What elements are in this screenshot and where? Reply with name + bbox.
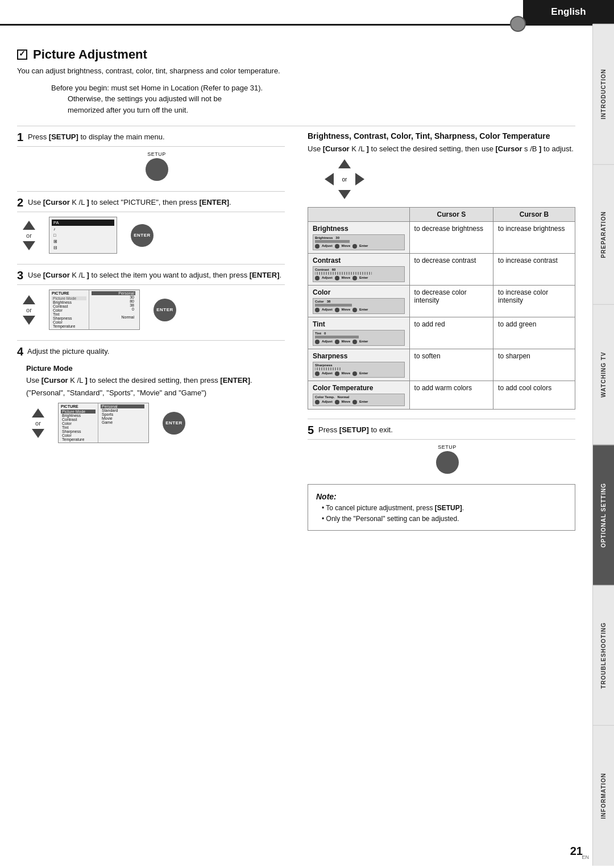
smw-inner-3: PICTURE Picture Mode Brightness Contrast… <box>49 290 139 329</box>
picture-mode-options-note: ("Personal", "Standard", "Sports", "Movi… <box>26 387 285 399</box>
note-bullet-1: • To cancel picture adjustment, press [S… <box>322 503 567 514</box>
step-3-number: 3 <box>17 269 23 282</box>
step-3-text: Use [Cursor K /L ] to select the item yo… <box>28 271 281 279</box>
smw-80-val: 80 <box>92 299 135 303</box>
title-text: Picture Adjustment <box>33 47 147 62</box>
sidebar-tab-preparation[interactable]: PREPARATION <box>593 164 614 305</box>
brightness-bar-row: Brightness 30 <box>315 236 403 239</box>
tint-cursor-s: to add red <box>409 317 493 349</box>
arrow-down-icon <box>23 241 35 250</box>
smw-picture-label: PICTURE <box>52 291 86 295</box>
deco-circle <box>510 16 526 32</box>
sharpness-bar <box>315 367 341 370</box>
page-number: 21 <box>570 845 583 858</box>
step-5-text: Press [SETUP] to exit. <box>318 425 393 434</box>
smw-0-val: 0 <box>92 307 135 311</box>
tint-cursor-b: to add green <box>493 317 575 349</box>
note-bullet-2-icon: • <box>322 515 324 523</box>
arrow-up-icon-3 <box>23 295 35 304</box>
enter-button-2: ENTER <box>131 224 154 247</box>
contrast-btn-enter <box>352 276 357 280</box>
color-btn-adjust <box>315 308 320 312</box>
step-3-controls: or PICTURE Picture Mode Brightness Contr… <box>23 290 285 330</box>
arrow-down-icon-pm <box>32 429 44 438</box>
sidebar-tab-watching[interactable]: WATCHING TV <box>593 304 614 445</box>
sidebar-tab-introduction[interactable]: INTRODUCTION <box>593 24 614 164</box>
brightness-mini-screen: Brightness 30 Adjust Move Enter <box>313 234 405 250</box>
contrast-cursor-s: to decrease contrast <box>409 253 493 285</box>
brightness-bar <box>315 240 350 243</box>
smw-pm-sharpness: Sharpness <box>61 429 96 433</box>
color-bar <box>315 304 352 307</box>
sharpness-controls: Adjust Move Enter <box>315 371 403 376</box>
color-cursor-s: to decrease color intensity <box>409 285 493 317</box>
picture-mode-controls: or PICTURE Picture Mode Brightness Contr… <box>32 403 285 443</box>
menu-item-box3: ⊟ <box>52 245 114 251</box>
colortemp-controls: Adjust Move Enter <box>315 400 403 404</box>
language-label: English <box>551 6 586 18</box>
step-2-divider <box>17 264 285 264</box>
tint-btn-enter <box>352 340 357 344</box>
picture-mode-desc: Use [Cursor K /L ] to select the desired… <box>26 375 285 386</box>
tint-btn-adjust <box>315 340 320 344</box>
arrow-down-icon-3 <box>23 316 35 325</box>
step-1-button-area: SETUP <box>28 151 285 181</box>
brightness-btn-adjust <box>315 244 320 249</box>
right-or-label: or <box>342 176 347 182</box>
contrast-label: Contrast Contrast 60 Adjust Move <box>308 253 410 285</box>
cursor-table: Cursor S Cursor B Brightness Brightness … <box>308 207 575 410</box>
brightness-controls: Adjust Move Enter <box>315 244 403 249</box>
main-content: Picture Adjustment You can adjust bright… <box>0 26 592 548</box>
setup-label-5: SETUP <box>319 444 575 450</box>
sharpness-btn-enter <box>352 371 357 376</box>
colortemp-label: Color Temperature Color Temp. Normal Adj… <box>308 381 410 409</box>
setup-button-5 <box>436 451 459 474</box>
tint-bar <box>315 336 359 338</box>
smw-personal-val: Personal <box>92 291 135 295</box>
sidebar-tab-information[interactable]: INFORMATION <box>593 725 614 866</box>
step-2-number: 2 <box>17 196 23 209</box>
brightness-cursor-b: to increase brightness <box>493 221 575 253</box>
col-cursor-b: Cursor B <box>493 207 575 221</box>
colortemp-btn-enter <box>352 400 357 404</box>
page-description: You can adjust brightness, contrast, col… <box>17 65 575 77</box>
step-5-divider <box>308 419 575 419</box>
page-title-section: Picture Adjustment You can adjust bright… <box>17 37 575 121</box>
sharpness-btn-adjust <box>315 371 320 376</box>
note-section: Note: • To cancel picture adjustment, pr… <box>308 484 575 531</box>
step-3-screen: PICTURE Picture Mode Brightness Contrast… <box>49 290 140 330</box>
colortemp-cursor-s: to add warm colors <box>409 381 493 409</box>
smw-sharpness-val <box>92 311 135 315</box>
step-2-screen: PA ♪ □ ⊞ ⊟ <box>49 217 117 254</box>
step-3: 3 Use [Cursor K /L ] to select the item … <box>17 269 285 330</box>
table-row-colortemp: Color Temperature Color Temp. Normal Adj… <box>308 381 575 409</box>
step-3-divider <box>17 340 285 341</box>
brightness-btn-enter <box>352 244 357 249</box>
sharpness-cursor-b: to sharpen <box>493 349 575 381</box>
table-row-brightness: Brightness Brightness 30 Adjust Move <box>308 221 575 253</box>
contrast-btn-move <box>335 276 339 280</box>
smw-sharpness-row: Sharpness <box>52 316 86 320</box>
col-item <box>308 207 410 221</box>
smw-30-val: 30 <box>92 295 135 299</box>
color-bar-row: Color 38 <box>315 300 403 303</box>
right-arrow-down <box>338 190 351 199</box>
contrast-mini-screen: Contrast 60 Adjust Move Enter <box>313 266 405 282</box>
sidebar-tab-optional[interactable]: OPTIONAL SETTING <box>593 445 614 585</box>
note-bullet-2: • Only the "Personal" setting can be adj… <box>322 514 567 524</box>
tint-mini-screen: Tint 0 Adjust Move Enter <box>313 330 405 346</box>
sharpness-btn-move <box>335 371 339 376</box>
step-2-header: 2 Use [Cursor K /L ] to select "PICTURE"… <box>17 196 285 212</box>
sidebar-tab-troubleshooting[interactable]: TROUBLESHOOTING <box>593 585 614 726</box>
sharpness-mini-screen: Sharpness Adjust Move Enter <box>313 362 405 378</box>
right-dpad: or <box>325 159 364 199</box>
tint-btn-move <box>335 340 339 344</box>
picture-mode-screen: PICTURE Picture Mode Brightness Contrast… <box>58 403 149 443</box>
colortemp-cursor-b: to add cool colors <box>493 381 575 409</box>
col-cursor-s: Cursor S <box>409 207 493 221</box>
colortemp-bar-row: Color Temp. Normal <box>315 395 403 399</box>
right-sidebar: INTRODUCTION PREPARATION WATCHING TV OPT… <box>592 24 614 866</box>
smw-pm-contrast: Contrast <box>61 418 96 421</box>
color-cursor-b: to increase color intensity <box>493 285 575 317</box>
tint-bar-row: Tint 0 <box>315 332 403 335</box>
